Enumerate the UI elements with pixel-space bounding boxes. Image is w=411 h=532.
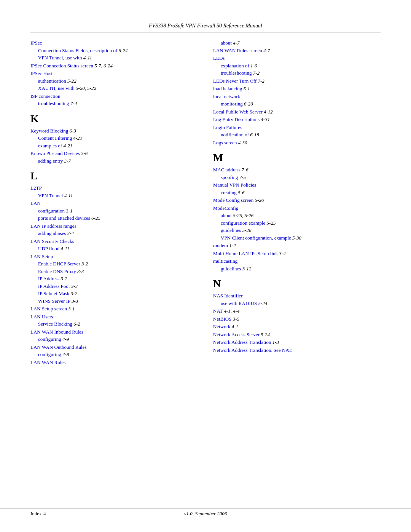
list-item: local network monitoring 6-20: [213, 93, 381, 108]
list-item: LAN WAN Outbound Rules configuring 4-8: [30, 343, 198, 358]
list-item: LAN WAN Inbound Rules configuring 4-9: [30, 328, 198, 343]
list-item: LAN IP address ranges adding aliases 3-4: [30, 222, 198, 237]
list-item: Multi Home LAN IPs Setup link 3-4: [213, 250, 381, 257]
list-item: Manual VPN Policies creating 5-6: [213, 181, 381, 196]
list-item: Known PCs and Devices 3-6 adding entry 3…: [30, 150, 198, 165]
list-item: ModeConfig about 5-25, 5-26 configuratio…: [213, 204, 381, 242]
list-item: LAN Setup screen 3-1: [30, 305, 198, 313]
list-item: multicasting guidelines 3-12: [213, 257, 381, 272]
header-title: FVS338 ProSafe VPN Firewall 50 Reference…: [149, 23, 262, 29]
list-item: Network Access Server 5-24: [213, 331, 381, 339]
list-item: LAN WAN Rules: [30, 359, 198, 366]
list-item: load balancing 5-1: [213, 85, 381, 93]
list-item: Network Address Translation. See NAT.: [213, 347, 381, 354]
section-n: N: [213, 278, 381, 290]
footer-version: v1.0, September 2006: [184, 511, 227, 517]
list-item: NAS Identifier use with RADIUS 5-24: [213, 292, 381, 307]
list-item: NetBIOS 3-5: [213, 315, 381, 323]
list-item: about 4-7: [213, 39, 381, 47]
list-item: ISP connection troubleshooting 7-4: [30, 93, 198, 107]
list-item: IPSec Connection Status screen 5-7, 6-24: [30, 62, 198, 70]
list-item: IPSec Host authentication 5-22 XAUTH, us…: [30, 70, 198, 92]
list-item: Login Failures notification of 6-18: [213, 124, 381, 139]
list-item: Local Public Web Server 4-12: [213, 108, 381, 116]
list-item: LAN Security Checks UDP flood 4-11: [30, 238, 198, 252]
page-header: FVS338 ProSafe VPN Firewall 50 Reference…: [30, 23, 381, 32]
list-item: Log Entry Descriptions 4-31: [213, 116, 381, 123]
list-item: Keyword Blocking 6-3 Content Filtering 4…: [30, 127, 198, 150]
list-item: LAN Users Service Blocking 6-2: [30, 313, 198, 328]
list-item: LEDs Never Turn Off 7-2: [213, 77, 381, 85]
list-item: Network 4-1: [213, 323, 381, 331]
main-content: IPSec Connection Status Fields, descript…: [30, 39, 381, 366]
section-k: K: [30, 113, 198, 125]
left-column: IPSec Connection Status Fields, descript…: [30, 39, 198, 366]
section-l: L: [30, 170, 198, 182]
list-item: Mode Config screen 5-26: [213, 197, 381, 204]
list-item: Network Address Translation 1-3: [213, 339, 381, 346]
list-item: modem 1-2: [213, 242, 381, 249]
right-column: about 4-7 LAN WAN Rules screen 4-7 LEDs …: [213, 39, 381, 366]
list-item: Logs screen 4-30: [213, 139, 381, 147]
list-item: LAN configuration 3-1 ports and attached…: [30, 200, 198, 222]
list-item: MAC address 7-6 spoofing 7-5: [213, 166, 381, 181]
list-item: NAT 4-1, 4-4: [213, 307, 381, 315]
list-item: LAN WAN Rules screen 4-7: [213, 47, 381, 54]
list-item: IPSec Connection Status Fields, descript…: [30, 39, 198, 62]
page-footer: Index-4 v1.0, September 2006: [0, 508, 411, 517]
list-item: LAN Setup Enable DHCP Server 3-2 Enable …: [30, 253, 198, 305]
list-item: L2TP VPN Tunnel 4-11: [30, 184, 198, 199]
footer-index: Index-4: [30, 511, 46, 517]
list-item: LEDs explanation of 1-6 troubleshooting …: [213, 54, 381, 77]
section-m: M: [213, 152, 381, 164]
